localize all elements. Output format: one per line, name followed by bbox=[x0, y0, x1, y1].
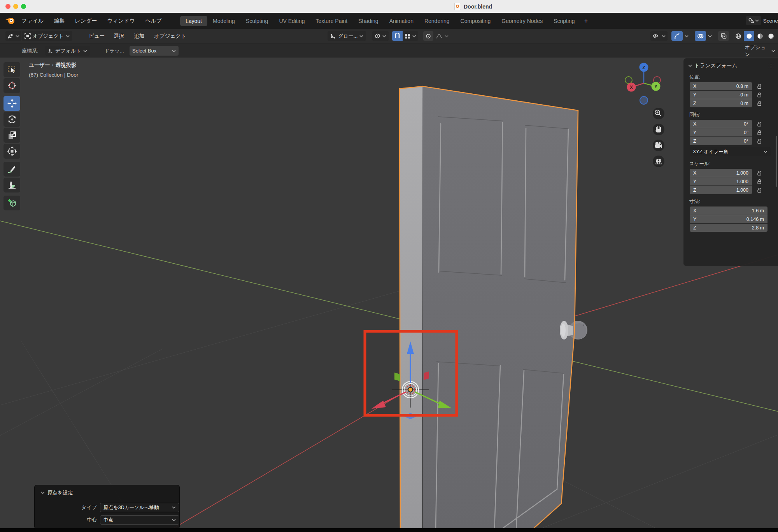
camera-view-button[interactable] bbox=[653, 140, 664, 151]
shading-wireframe-button[interactable] bbox=[733, 31, 743, 41]
rotation-y-field[interactable]: Y0° bbox=[690, 128, 752, 136]
origin-type-dropdown[interactable]: 原点を3Dカーソルへ移動 bbox=[100, 503, 179, 512]
gizmos-dropdown[interactable] bbox=[683, 31, 690, 41]
minimize-window-button[interactable] bbox=[13, 4, 18, 9]
tab-shading[interactable]: Shading bbox=[353, 16, 384, 26]
close-window-button[interactable] bbox=[5, 4, 11, 9]
tab-texture-paint[interactable]: Texture Paint bbox=[310, 16, 353, 26]
scale-x-field[interactable]: X1.000 bbox=[690, 169, 752, 177]
menu-object[interactable]: オブジェクト bbox=[152, 31, 189, 41]
lock-icon[interactable] bbox=[757, 121, 762, 127]
maximize-window-button[interactable] bbox=[21, 4, 26, 9]
tool-move[interactable] bbox=[4, 96, 20, 111]
operator-panel-header[interactable]: 原点を設定 bbox=[35, 485, 179, 496]
options-button[interactable]: オプション bbox=[742, 46, 778, 56]
proportional-falloff-dropdown[interactable] bbox=[434, 31, 450, 41]
select-mode-dropdown[interactable]: Select Box bbox=[130, 46, 179, 56]
scene-selector[interactable]: Scene bbox=[746, 16, 778, 26]
shading-solid-button[interactable] bbox=[744, 31, 754, 41]
editor-type-button[interactable] bbox=[5, 31, 21, 41]
door-object[interactable] bbox=[400, 86, 587, 528]
tab-compositing[interactable]: Compositing bbox=[455, 16, 496, 26]
rotation-mode-dropdown[interactable]: XYZ オイラー角 bbox=[690, 147, 771, 156]
tool-cursor[interactable] bbox=[4, 78, 20, 93]
tool-scale[interactable] bbox=[4, 128, 20, 143]
nav-axis-neg-y[interactable] bbox=[625, 77, 632, 84]
menu-select[interactable]: 選択 bbox=[111, 31, 126, 41]
gizmos-toggle[interactable] bbox=[671, 31, 683, 41]
scale-y-field[interactable]: Y1.000 bbox=[690, 177, 752, 186]
location-y-field[interactable]: Y-0 m bbox=[690, 91, 752, 99]
gizmo-plane-yz[interactable] bbox=[394, 373, 400, 381]
tab-sculpting[interactable]: Sculpting bbox=[240, 16, 274, 26]
rotation-x-field[interactable]: X0° bbox=[690, 120, 752, 128]
material-sphere-icon bbox=[757, 33, 763, 39]
lock-icon[interactable] bbox=[757, 179, 762, 184]
shading-material-button[interactable] bbox=[755, 31, 765, 41]
tool-add-cube[interactable] bbox=[4, 196, 20, 210]
annotate-pen-icon bbox=[7, 164, 17, 174]
tool-transform[interactable] bbox=[4, 144, 20, 159]
pivot-point-dropdown[interactable] bbox=[372, 31, 389, 41]
tool-measure[interactable] bbox=[4, 178, 20, 192]
zoom-button[interactable] bbox=[653, 108, 664, 119]
lock-icon[interactable] bbox=[757, 84, 762, 89]
overlays-toggle[interactable] bbox=[695, 31, 706, 41]
blender-logo-icon[interactable] bbox=[5, 17, 16, 25]
lock-icon[interactable] bbox=[757, 170, 762, 176]
navigation-gizmo[interactable]: Z X Y bbox=[625, 63, 661, 105]
tool-rotate[interactable] bbox=[4, 112, 20, 127]
lock-icon[interactable] bbox=[757, 187, 762, 193]
tab-layout[interactable]: Layout bbox=[180, 16, 207, 26]
tool-annotate[interactable] bbox=[4, 162, 20, 177]
snap-with-dropdown[interactable] bbox=[403, 31, 418, 41]
lock-icon[interactable] bbox=[757, 92, 762, 98]
tab-animation[interactable]: Animation bbox=[384, 16, 419, 26]
transform-panel-header[interactable]: トランスフォーム :::::::: bbox=[683, 58, 778, 70]
mode-dropdown[interactable]: オブジェクト bbox=[22, 31, 72, 41]
3d-viewport[interactable]: Z X Y bbox=[0, 58, 778, 528]
menu-edit[interactable]: 編集 bbox=[49, 18, 70, 24]
dimensions-x-field[interactable]: X1.6 m bbox=[690, 206, 767, 215]
tab-scripting[interactable]: Scripting bbox=[548, 16, 580, 26]
transform-orientation-dropdown[interactable]: グロー... bbox=[328, 31, 366, 41]
tab-rendering[interactable]: Rendering bbox=[419, 16, 455, 26]
tab-uv-editing[interactable]: UV Editing bbox=[273, 16, 310, 26]
menu-window[interactable]: ウィンドウ bbox=[102, 18, 140, 24]
tab-modeling[interactable]: Modeling bbox=[207, 16, 240, 26]
overlays-dropdown[interactable] bbox=[706, 31, 713, 41]
scale-z-field[interactable]: Z1.000 bbox=[690, 186, 752, 194]
menu-help[interactable]: ヘルプ bbox=[140, 18, 167, 24]
xray-toggle[interactable] bbox=[718, 31, 729, 41]
perspective-toggle-button[interactable] bbox=[653, 156, 664, 167]
coord-system-dropdown[interactable]: デフォルト bbox=[45, 46, 90, 56]
panel-scrollbar[interactable] bbox=[776, 136, 777, 187]
tab-geometry-nodes[interactable]: Geometry Nodes bbox=[496, 16, 548, 26]
add-workspace-button[interactable]: + bbox=[580, 17, 592, 25]
lock-icon[interactable] bbox=[757, 130, 762, 135]
nav-axis-neg-z[interactable] bbox=[640, 96, 648, 104]
lock-icon[interactable] bbox=[757, 138, 762, 144]
menu-add[interactable]: 追加 bbox=[131, 31, 147, 41]
dimensions-label: 寸法: bbox=[683, 194, 778, 206]
rotation-z-field[interactable]: Z0° bbox=[690, 137, 752, 145]
origin-center-dropdown[interactable]: 中点 bbox=[100, 515, 179, 525]
dimensions-z-field[interactable]: Z2.8 m bbox=[690, 224, 767, 232]
location-z-field[interactable]: Z0 m bbox=[690, 99, 752, 107]
menu-file[interactable]: ファイル bbox=[16, 18, 49, 24]
chevron-down-icon bbox=[41, 492, 45, 494]
pan-button[interactable] bbox=[653, 124, 664, 135]
panel-grip-icon[interactable]: :::::::: bbox=[768, 64, 774, 68]
snap-toggle[interactable] bbox=[392, 31, 403, 41]
visibility-dropdown[interactable] bbox=[650, 31, 668, 41]
dimensions-y-field[interactable]: Y0.146 m bbox=[690, 215, 767, 223]
proportional-editing-toggle[interactable] bbox=[423, 31, 433, 41]
menu-render[interactable]: レンダー bbox=[70, 18, 102, 24]
shading-rendered-button[interactable] bbox=[766, 31, 776, 41]
tool-select-box[interactable] bbox=[4, 62, 20, 77]
lock-icon[interactable] bbox=[757, 101, 762, 106]
viewport-nav-buttons bbox=[653, 108, 664, 167]
location-x-field[interactable]: X0.8 m bbox=[690, 82, 752, 90]
overlays-icon bbox=[697, 33, 704, 39]
menu-view[interactable]: ビュー bbox=[86, 31, 107, 41]
